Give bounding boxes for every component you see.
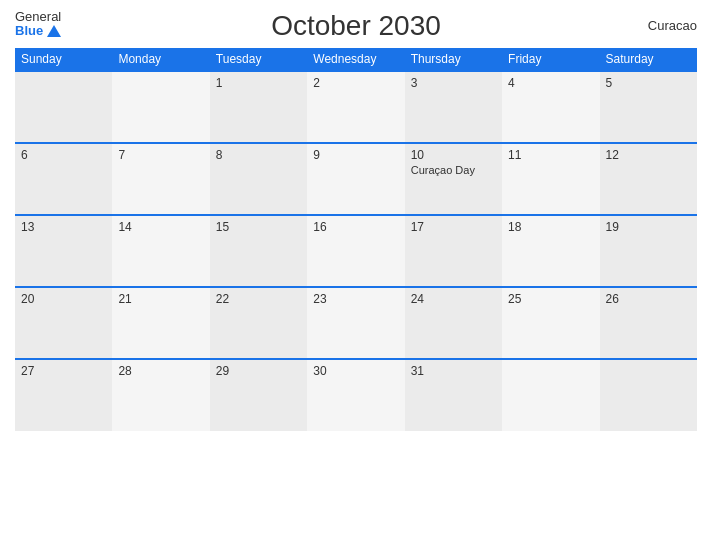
day-number: 10 [411, 148, 496, 162]
day-number: 14 [118, 220, 203, 234]
calendar-day-cell: 20 [15, 287, 112, 359]
calendar-day-cell: 31 [405, 359, 502, 431]
calendar-day-cell: 28 [112, 359, 209, 431]
calendar-thead: Sunday Monday Tuesday Wednesday Thursday… [15, 48, 697, 71]
calendar-day-cell: 10Curaçao Day [405, 143, 502, 215]
calendar-day-cell [15, 71, 112, 143]
day-event: Curaçao Day [411, 164, 496, 176]
logo: General Blue [15, 10, 61, 39]
calendar-day-cell: 6 [15, 143, 112, 215]
header-thursday: Thursday [405, 48, 502, 71]
day-number: 2 [313, 76, 398, 90]
calendar-day-cell: 5 [600, 71, 697, 143]
day-number: 26 [606, 292, 691, 306]
calendar-day-cell: 24 [405, 287, 502, 359]
day-number: 23 [313, 292, 398, 306]
calendar-day-cell: 19 [600, 215, 697, 287]
day-number: 18 [508, 220, 593, 234]
calendar-day-cell: 18 [502, 215, 599, 287]
day-number: 3 [411, 76, 496, 90]
calendar-week-row: 20212223242526 [15, 287, 697, 359]
day-number: 12 [606, 148, 691, 162]
calendar-day-cell: 15 [210, 215, 307, 287]
header-wednesday: Wednesday [307, 48, 404, 71]
header-saturday: Saturday [600, 48, 697, 71]
day-number: 9 [313, 148, 398, 162]
header-friday: Friday [502, 48, 599, 71]
calendar-week-row: 678910Curaçao Day1112 [15, 143, 697, 215]
calendar-day-cell: 27 [15, 359, 112, 431]
day-number: 19 [606, 220, 691, 234]
calendar-day-cell: 12 [600, 143, 697, 215]
calendar-day-cell: 21 [112, 287, 209, 359]
calendar-title: October 2030 [271, 10, 441, 42]
calendar-day-cell: 26 [600, 287, 697, 359]
calendar-day-cell: 3 [405, 71, 502, 143]
day-number: 11 [508, 148, 593, 162]
calendar-header: General Blue October 2030 Curacao [15, 10, 697, 42]
weekday-header-row: Sunday Monday Tuesday Wednesday Thursday… [15, 48, 697, 71]
day-number: 31 [411, 364, 496, 378]
day-number: 29 [216, 364, 301, 378]
calendar-day-cell: 29 [210, 359, 307, 431]
calendar-day-cell: 2 [307, 71, 404, 143]
calendar-container: General Blue October 2030 Curacao Sunday… [0, 0, 712, 550]
calendar-day-cell [112, 71, 209, 143]
logo-blue-text: Blue [15, 24, 61, 38]
calendar-day-cell: 11 [502, 143, 599, 215]
logo-general-text: General [15, 10, 61, 24]
calendar-day-cell: 30 [307, 359, 404, 431]
calendar-day-cell: 1 [210, 71, 307, 143]
day-number: 30 [313, 364, 398, 378]
day-number: 27 [21, 364, 106, 378]
calendar-week-row: 2728293031 [15, 359, 697, 431]
day-number: 15 [216, 220, 301, 234]
header-monday: Monday [112, 48, 209, 71]
day-number: 1 [216, 76, 301, 90]
calendar-body: 12345678910Curaçao Day111213141516171819… [15, 71, 697, 431]
calendar-week-row: 12345 [15, 71, 697, 143]
day-number: 7 [118, 148, 203, 162]
header-sunday: Sunday [15, 48, 112, 71]
day-number: 20 [21, 292, 106, 306]
day-number: 24 [411, 292, 496, 306]
day-number: 22 [216, 292, 301, 306]
day-number: 21 [118, 292, 203, 306]
calendar-day-cell: 23 [307, 287, 404, 359]
calendar-day-cell: 25 [502, 287, 599, 359]
calendar-week-row: 13141516171819 [15, 215, 697, 287]
logo-triangle-icon [47, 25, 61, 37]
day-number: 13 [21, 220, 106, 234]
calendar-day-cell: 9 [307, 143, 404, 215]
calendar-day-cell: 16 [307, 215, 404, 287]
day-number: 16 [313, 220, 398, 234]
calendar-day-cell: 8 [210, 143, 307, 215]
header-tuesday: Tuesday [210, 48, 307, 71]
calendar-day-cell [600, 359, 697, 431]
day-number: 4 [508, 76, 593, 90]
region-label: Curacao [648, 18, 697, 33]
day-number: 28 [118, 364, 203, 378]
calendar-day-cell [502, 359, 599, 431]
calendar-day-cell: 17 [405, 215, 502, 287]
day-number: 17 [411, 220, 496, 234]
calendar-day-cell: 13 [15, 215, 112, 287]
calendar-day-cell: 7 [112, 143, 209, 215]
calendar-day-cell: 4 [502, 71, 599, 143]
day-number: 25 [508, 292, 593, 306]
calendar-day-cell: 22 [210, 287, 307, 359]
day-number: 8 [216, 148, 301, 162]
day-number: 6 [21, 148, 106, 162]
day-number: 5 [606, 76, 691, 90]
calendar-day-cell: 14 [112, 215, 209, 287]
calendar-table: Sunday Monday Tuesday Wednesday Thursday… [15, 48, 697, 431]
